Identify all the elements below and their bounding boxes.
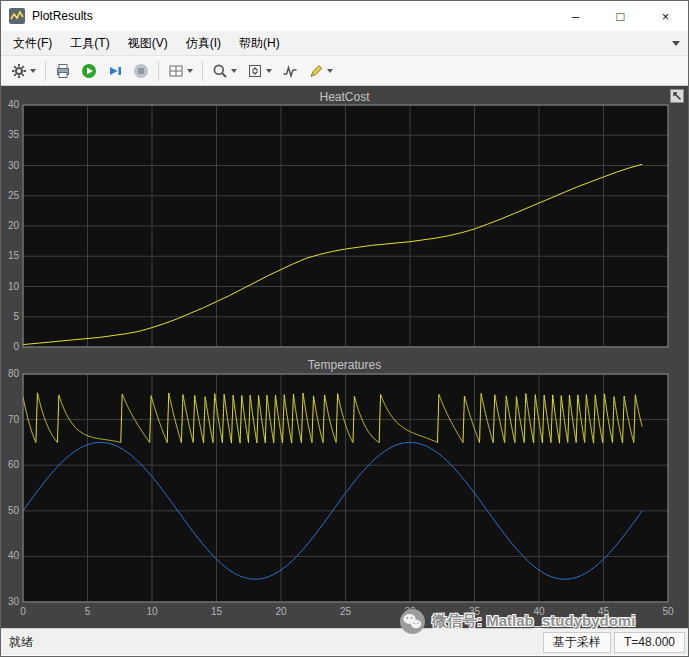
brush-icon [308, 63, 324, 79]
heatcost-chart: 0510152025303540 HeatCost [1, 86, 688, 354]
svg-text:15: 15 [8, 250, 20, 261]
close-button[interactable]: × [643, 1, 688, 31]
signal-cursor-icon [282, 63, 298, 79]
svg-text:35: 35 [469, 606, 481, 617]
svg-text:10: 10 [146, 606, 158, 617]
run-button[interactable] [77, 59, 101, 83]
heatcost-plot-area[interactable]: 0510152025303540 [1, 86, 688, 354]
svg-text:0: 0 [13, 341, 19, 352]
run-icon [81, 63, 97, 79]
svg-text:40: 40 [533, 606, 545, 617]
dropdown-caret-icon [187, 69, 193, 73]
temperatures-title: Temperatures [1, 358, 688, 372]
svg-text:60: 60 [8, 459, 20, 470]
plot-panel: 0510152025303540 HeatCost 30405060708005… [1, 86, 688, 628]
stop-button[interactable] [129, 59, 153, 83]
highlight-button[interactable] [304, 59, 337, 83]
print-button[interactable] [51, 59, 75, 83]
printer-icon [55, 63, 71, 79]
svg-text:20: 20 [8, 220, 20, 231]
dropdown-caret-icon [266, 69, 272, 73]
status-mode: 基于采样 [543, 632, 611, 653]
maximize-button[interactable]: □ [598, 1, 643, 31]
scope-window: PlotResults – □ × 文件(F) 工具(T) 视图(V) 仿真(I… [0, 0, 689, 657]
menubar: 文件(F) 工具(T) 视图(V) 仿真(I) 帮助(H) [1, 31, 688, 56]
menu-help[interactable]: 帮助(H) [230, 31, 289, 56]
heatcost-title: HeatCost [1, 90, 688, 104]
fit-to-view-button[interactable] [243, 59, 276, 83]
scope-app-icon [9, 8, 25, 24]
svg-text:40: 40 [8, 550, 20, 561]
status-sim-time: T=48.000 [614, 632, 685, 653]
svg-text:50: 50 [662, 606, 674, 617]
svg-text:25: 25 [8, 190, 20, 201]
titlebar: PlotResults – □ × [1, 1, 688, 31]
dropdown-caret-icon [327, 69, 333, 73]
svg-text:0: 0 [20, 606, 26, 617]
magnifier-icon [212, 63, 228, 79]
temperatures-chart: 30405060708005101520253035404550 Tempera… [1, 354, 688, 628]
step-forward-icon [107, 63, 123, 79]
toolbar-separator [202, 61, 203, 81]
dropdown-caret-icon [231, 69, 237, 73]
svg-text:70: 70 [8, 414, 20, 425]
menu-file[interactable]: 文件(F) [4, 31, 61, 56]
window-title: PlotResults [32, 9, 93, 23]
chevron-down-icon[interactable] [672, 41, 680, 46]
layout-button[interactable] [164, 59, 197, 83]
toolbar-separator [45, 61, 46, 81]
svg-text:30: 30 [404, 606, 416, 617]
svg-text:5: 5 [85, 606, 91, 617]
expand-arrow-icon [673, 92, 682, 101]
layout-icon [168, 63, 184, 79]
svg-text:45: 45 [598, 606, 610, 617]
svg-text:10: 10 [8, 281, 20, 292]
dropdown-caret-icon [30, 69, 36, 73]
zoom-button[interactable] [208, 59, 241, 83]
measurements-button[interactable] [278, 59, 302, 83]
status-ready: 就绪 [9, 634, 33, 651]
svg-text:5: 5 [13, 311, 19, 322]
svg-text:50: 50 [8, 505, 20, 516]
temperatures-plot-area[interactable]: 30405060708005101520253035404550 [1, 354, 688, 628]
maximize-axes-button[interactable] [670, 89, 684, 103]
svg-text:25: 25 [340, 606, 352, 617]
toolbar [1, 56, 688, 86]
menu-view[interactable]: 视图(V) [119, 31, 177, 56]
svg-text:30: 30 [8, 596, 20, 607]
toolbar-separator [158, 61, 159, 81]
svg-text:30: 30 [8, 160, 20, 171]
svg-text:20: 20 [275, 606, 287, 617]
minimize-button[interactable]: – [553, 1, 598, 31]
statusbar: 就绪 基于采样 T=48.000 [1, 628, 688, 655]
svg-text:15: 15 [211, 606, 223, 617]
menu-tools[interactable]: 工具(T) [61, 31, 118, 56]
fit-to-view-icon [247, 63, 263, 79]
stop-icon [133, 63, 149, 79]
step-forward-button[interactable] [103, 59, 127, 83]
settings-button[interactable] [7, 59, 40, 83]
gear-icon [11, 63, 27, 79]
svg-text:35: 35 [8, 129, 20, 140]
menu-simulation[interactable]: 仿真(I) [177, 31, 230, 56]
